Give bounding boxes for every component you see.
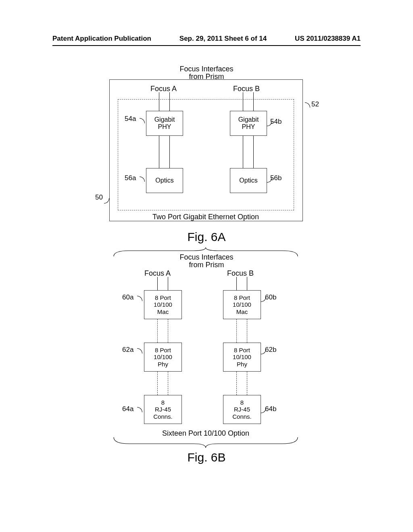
ref-64a: 64a <box>122 405 133 413</box>
fig6a-line <box>253 136 254 168</box>
fig6a-label: Fig. 6A <box>0 230 413 244</box>
fig6a-dashed-box <box>118 99 294 210</box>
leader-hook <box>305 102 310 108</box>
box-text: 8 Port 10/100 Mac <box>233 294 251 315</box>
header-rule <box>52 45 361 46</box>
fig6b-phy-b: 8 Port 10/100 Phy <box>223 343 261 372</box>
fig6b-bottom-brace <box>113 436 298 448</box>
ref-60b: 60b <box>265 293 276 301</box>
box-text: Optics <box>155 177 173 184</box>
leader-hook <box>137 407 142 412</box>
box-text: Optics <box>239 177 257 184</box>
fig6b-phy-a: 8 Port 10/100 Phy <box>144 343 182 372</box>
fig6b-conn <box>168 319 168 343</box>
fig6a-focus-b-label: Focus B <box>233 85 260 93</box>
fig6b-title-line2: from Prism <box>146 261 267 269</box>
ref-56a: 56a <box>125 174 136 182</box>
fig6b-line <box>247 277 247 290</box>
fig6b-conn <box>247 372 247 395</box>
fig6a-line <box>159 92 159 111</box>
ref-50: 50 <box>95 193 103 202</box>
fig6a-inner-caption: Two Port Gigabit Ethernet Option <box>115 213 296 221</box>
ref-54a: 54a <box>125 115 136 123</box>
box-text: Gigabit PHY <box>238 116 259 131</box>
ref-64b: 64b <box>265 405 276 413</box>
fig6a-title-line1: Focus Interfaces <box>146 65 267 73</box>
page-header: Patent Application Publication Sep. 29, … <box>0 35 413 46</box>
header-right: US 2011/0238839 A1 <box>295 35 361 43</box>
fig6a-focus-a-label: Focus A <box>150 85 177 93</box>
fig6b-focus-a-label: Focus A <box>144 269 171 278</box>
leader-hook <box>104 198 109 204</box>
fig6b-conn <box>236 372 237 395</box>
fig6a-line <box>169 136 170 168</box>
fig6b-line <box>157 277 158 290</box>
fig6a-line <box>253 92 254 111</box>
fig6b-conn <box>157 319 158 343</box>
box-text: 8 RJ-45 Conns. <box>153 399 173 420</box>
ref-62b: 62b <box>265 346 276 354</box>
fig6a-line <box>159 136 159 168</box>
box-text: 8 RJ-45 Conns. <box>232 399 252 420</box>
header-left: Patent Application Publication <box>52 35 151 43</box>
leader-hook <box>137 348 142 353</box>
fig6b-rj45-a: 8 RJ-45 Conns. <box>144 395 182 424</box>
fig6a-gigabit-phy-a: Gigabit PHY <box>146 111 183 136</box>
fig6b-focus-b-label: Focus B <box>227 269 254 278</box>
fig6b-mac-a: 8 Port 10/100 Mac <box>144 290 182 319</box>
header-center: Sep. 29, 2011 Sheet 6 of 14 <box>179 35 267 43</box>
fig6a-gigabit-phy-b: Gigabit PHY <box>230 111 267 136</box>
fig6b-title-line1: Focus Interfaces <box>146 253 267 262</box>
fig6b-rj45-b: 8 RJ-45 Conns. <box>223 395 261 424</box>
fig6b-conn <box>168 372 168 395</box>
ref-52: 52 <box>311 100 319 108</box>
fig6a-line <box>243 92 243 111</box>
ref-62a: 62a <box>122 346 133 354</box>
box-text: 8 Port 10/100 Phy <box>154 347 172 368</box>
fig6b-line <box>236 277 237 290</box>
fig6b-conn <box>157 372 158 395</box>
box-text: 8 Port 10/100 Mac <box>154 294 172 315</box>
ref-60a: 60a <box>122 293 133 301</box>
fig6a-line <box>243 136 243 168</box>
fig6a-optics-a: Optics <box>146 168 183 193</box>
fig6a-optics-b: Optics <box>230 168 267 193</box>
leader-hook <box>137 296 142 301</box>
fig6b-mac-b: 8 Port 10/100 Mac <box>223 290 261 319</box>
box-text: Gigabit PHY <box>154 116 175 131</box>
fig6b-conn <box>236 319 237 343</box>
fig6b-line <box>168 277 168 290</box>
fig6a-line <box>169 92 170 111</box>
fig6b-conn <box>247 319 247 343</box>
box-text: 8 Port 10/100 Phy <box>233 347 251 368</box>
fig6b-label: Fig. 6B <box>0 451 413 464</box>
